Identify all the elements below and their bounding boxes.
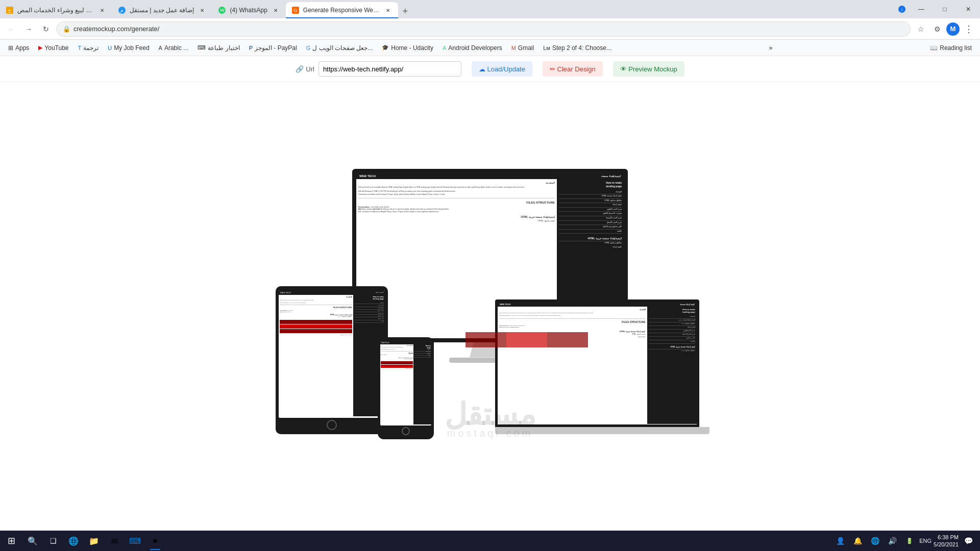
close-button[interactable]: ✕ — [957, 0, 980, 18]
chrome-taskbar-button[interactable]: ● — [145, 531, 165, 551]
reading-list-label: Reading list — [940, 44, 972, 52]
tab-2-close[interactable]: ✕ — [198, 6, 206, 14]
profile-button[interactable]: M — [946, 22, 960, 36]
new-tab-button[interactable]: + — [398, 4, 412, 18]
bookmarks-more-button[interactable]: » — [765, 42, 777, 54]
bookmark-translate-label: ترجمة — [83, 44, 99, 52]
watermark-latin: mostaqi.com — [445, 428, 536, 439]
bookmark-apps[interactable]: ⊞ Apps — [4, 42, 33, 54]
tablet-screen: WEB TECH كيفية إنشاء المقدمة Hello and t… — [279, 290, 385, 418]
url-input[interactable] — [318, 61, 461, 77]
bookmark-myjobfeed[interactable]: U My Job Feed — [104, 42, 153, 54]
address-icons: ☆ ⚙ M ⋮ — [914, 22, 976, 36]
tab-2-favicon: م — [118, 7, 126, 14]
vscode-button[interactable]: ⌨ — [125, 531, 145, 551]
arabic-icon: A — [159, 45, 162, 51]
tab-4[interactable]: G Generate Responsive Website M... ✕ — [286, 2, 398, 18]
search-taskbar-button[interactable]: 🔍 — [22, 531, 43, 551]
tablet-brand: WEB TECH — [280, 291, 291, 294]
network-icon-taskbar[interactable]: 🌐 — [867, 531, 883, 551]
url-bar[interactable]: 🔒 createmockup.com/generate/ — [56, 21, 911, 37]
device-tablet: WEB TECH كيفية إنشاء المقدمة Hello and t… — [276, 286, 388, 434]
tablet-home-button[interactable] — [327, 420, 337, 430]
bookmark-star-icon[interactable]: ☆ — [914, 22, 928, 36]
page-content: 🔗 Url ☁ Load/Update ✏ Clear Design 👁 Pre… — [0, 56, 980, 531]
clear-design-button[interactable]: ✏ Clear Design — [543, 61, 603, 77]
tab-1-title: خمسات - لبيع وشراء الخدمات المص... — [17, 7, 94, 14]
preview-mockup-button[interactable]: 👁 Preview Mockup — [613, 61, 684, 77]
time-display: 6:38 PM — [934, 534, 959, 541]
tab-4-favicon: G — [292, 7, 299, 14]
file-explorer-button[interactable]: 📁 — [84, 531, 104, 551]
bookmark-android[interactable]: A Android Developers — [438, 42, 506, 54]
phone-home-button[interactable] — [402, 427, 410, 435]
tab-1-close[interactable]: ✕ — [98, 6, 106, 14]
google-icon: G — [306, 45, 311, 51]
people-icon-taskbar[interactable]: 👤 — [832, 531, 848, 551]
bookmark-arabic-label: Arabic ... — [164, 44, 188, 52]
bookmark-step2[interactable]: Lм Step 2 of 4: Choose... — [539, 42, 616, 54]
bookmark-translate[interactable]: T ترجمة — [74, 42, 103, 54]
settings-icon[interactable]: ⋮ — [962, 22, 976, 36]
minimize-button[interactable]: — — [910, 0, 933, 18]
tab-1-favicon: خ — [6, 7, 13, 14]
watermark: مستقل mostaqi.com — [445, 396, 536, 439]
typing-icon: ⌨ — [198, 44, 206, 51]
tab-2-title: إضافة عمل جديد | مستقل — [130, 7, 194, 14]
bookmark-google-label: جعل صفحات الويب ل... — [312, 44, 373, 52]
bookmark-paypal[interactable]: P الموجز - PayPal — [245, 42, 301, 54]
vscode-icon: ⌨ — [129, 536, 141, 546]
url-text: createmockup.com/generate/ — [74, 25, 904, 33]
bookmark-apps-label: Apps — [15, 44, 29, 52]
bookmark-youtube[interactable]: ▶ YouTube — [34, 42, 72, 54]
maximize-button[interactable]: □ — [933, 0, 957, 18]
tab-2[interactable]: م إضافة عمل جديد | مستقل ✕ — [112, 2, 212, 18]
mail-taskbar-button[interactable]: ✉ — [104, 531, 125, 551]
youtube-icon: ▶ — [38, 44, 42, 51]
bookmark-myjobfeed-label: My Job Feed — [114, 44, 149, 52]
back-button[interactable]: ← — [4, 22, 18, 36]
start-button[interactable]: ⊞ — [0, 531, 22, 551]
edge-icon: 🌐 — [68, 536, 79, 546]
step2-icon: Lм — [543, 45, 550, 51]
notification-icon-taskbar[interactable]: 🔔 — [850, 531, 865, 551]
reading-list-button[interactable]: 📖 Reading list — [926, 42, 976, 54]
refresh-button[interactable]: ↻ — [39, 22, 53, 36]
tab-3-close[interactable]: ✕ — [272, 6, 280, 14]
active-indicator — [150, 549, 160, 550]
gmail-icon: M — [511, 45, 516, 51]
task-view-button[interactable]: ❑ — [43, 531, 63, 551]
notification-center-button[interactable]: 💬 — [961, 531, 976, 551]
bookmark-typing-test[interactable]: ⌨ اختبار طباعة — [193, 42, 243, 54]
tab-3-favicon: W — [218, 7, 226, 14]
tab-4-close[interactable]: ✕ — [384, 6, 392, 14]
paypal-icon: P — [249, 45, 253, 51]
battery-icon-taskbar[interactable]: 🔋 — [902, 531, 917, 551]
color-swatches — [465, 332, 588, 347]
bookmark-gmail-label: Gmail — [518, 44, 534, 52]
sound-icon-taskbar[interactable]: 🔊 — [885, 531, 900, 551]
laptop-title-ar: كيفية إنشاء صفحة — [680, 303, 695, 306]
tab-3[interactable]: W (4) WhatsApp ✕ — [212, 2, 285, 18]
phone-screen: WEB TECH المقدمة Hello and thank you for… — [380, 341, 431, 425]
bookmark-gmail[interactable]: M Gmail — [507, 42, 538, 54]
mockup-scene: WEB TECH كيفية إنشاء صفحة المقدمة Hello … — [260, 164, 720, 449]
task-view-icon: ❑ — [50, 537, 57, 545]
bookmark-udacity[interactable]: 🎓 Home - Udacity — [378, 42, 437, 54]
date-display: 5/20/2021 — [934, 541, 959, 548]
edge-taskbar-button[interactable]: 🌐 — [63, 531, 84, 551]
address-bar: ← → ↻ 🔒 createmockup.com/generate/ ☆ ⚙ M… — [0, 18, 980, 40]
tab-4-title: Generate Responsive Website M... — [303, 7, 380, 14]
search-icon: 🔍 — [28, 536, 38, 546]
monitor-site-brand: WEB TECH — [359, 174, 376, 178]
bookmark-google-pages[interactable]: G جعل صفحات الويب ل... — [302, 42, 377, 54]
android-icon: A — [443, 45, 446, 51]
bookmark-arabic[interactable]: A Arabic ... — [155, 42, 193, 54]
load-update-button[interactable]: ☁ Load/Update — [472, 61, 532, 77]
forward-button[interactable]: → — [21, 22, 36, 36]
mockup-area: WEB TECH كيفية إنشاء صفحة المقدمة Hello … — [0, 82, 980, 531]
laptop-brand: WEB TECH — [500, 303, 510, 306]
tab-1[interactable]: خ خمسات - لبيع وشراء الخدمات المص... ✕ — [0, 2, 112, 18]
extension-icon[interactable]: ⚙ — [930, 22, 944, 36]
reading-list-icon: 📖 — [930, 44, 938, 52]
